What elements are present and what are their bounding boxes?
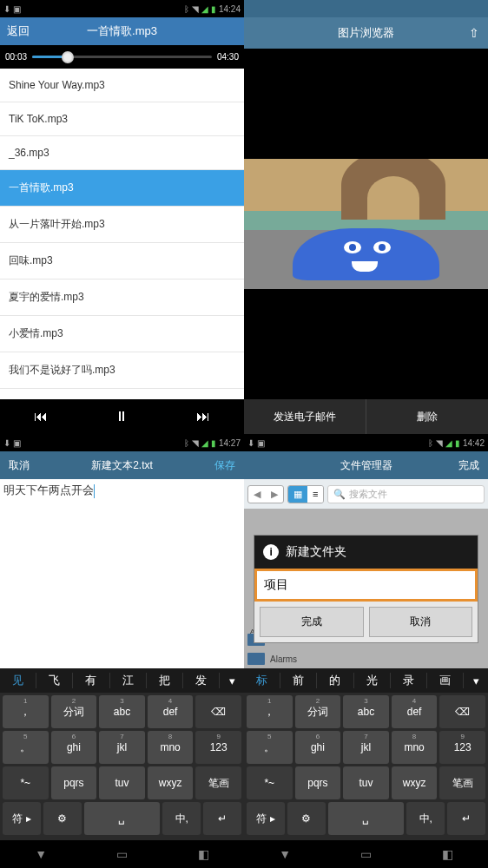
suggestion[interactable]: 的 <box>317 673 353 688</box>
keyboard-key[interactable]: 8mno <box>148 731 194 764</box>
keyboard-key[interactable]: 4def <box>392 695 438 728</box>
image-icon: ▣ <box>257 438 265 448</box>
expand-suggestions-icon[interactable]: ▾ <box>220 674 244 687</box>
list-item[interactable]: Shine Your Way.mp3 <box>0 69 244 102</box>
save-button[interactable]: 保存 <box>214 458 235 473</box>
image-viewer-header: 图片浏览器 ⇧ <box>244 17 488 49</box>
keyboard-key[interactable]: 笔画 <box>439 766 485 799</box>
suggestion[interactable]: 前 <box>280 673 317 688</box>
seek-slider[interactable] <box>32 56 212 58</box>
suggestion[interactable]: 有 <box>73 673 109 688</box>
keyboard-key[interactable]: 2分词 <box>51 695 97 728</box>
next-track-icon[interactable]: ⏭ <box>196 409 210 424</box>
suggestion[interactable]: 发 <box>183 673 220 688</box>
keyboard-key[interactable]: 9123 <box>439 731 485 764</box>
file-grid: AlarmRecorder Alarms Amap AlarmRecorder … <box>244 509 488 668</box>
list-item[interactable]: 一首情歌.mp3 <box>0 170 244 207</box>
keyboard-key[interactable]: 7jkl <box>343 731 389 764</box>
list-item[interactable]: TiK ToK.mp3 <box>0 102 244 136</box>
suggestion[interactable]: 录 <box>391 673 427 688</box>
list-item[interactable]: 我们不是说好了吗.mp3 <box>0 352 244 389</box>
nav-recent-icon[interactable]: ◧ <box>198 847 209 861</box>
suggestion[interactable]: 把 <box>147 673 183 688</box>
keyboard-key[interactable]: 6ghi <box>51 731 97 764</box>
nav-recent-icon[interactable]: ◧ <box>442 847 453 861</box>
list-item[interactable]: 夏宇的爱情.mp3 <box>0 279 244 316</box>
search-icon: 🔍 <box>333 489 346 500</box>
nav-back-icon[interactable]: ▼ <box>35 847 47 861</box>
keyboard-key[interactable]: 9123 <box>195 731 241 764</box>
keyboard-key[interactable]: pqrs <box>295 766 341 799</box>
keyboard-key[interactable]: 1， <box>3 695 49 728</box>
keyboard-key[interactable]: 5。 <box>3 731 49 764</box>
keyboard-key[interactable]: pqrs <box>51 766 97 799</box>
nav-back-icon[interactable]: ▼ <box>279 847 291 861</box>
keyboard-key[interactable]: ↵ <box>447 802 485 835</box>
keyboard-key[interactable]: ␣ <box>84 802 161 835</box>
list-item[interactable]: 回味.mp3 <box>0 243 244 279</box>
folder-name-input[interactable] <box>254 569 478 602</box>
keyboard-key[interactable]: 6ghi <box>295 731 341 764</box>
keyboard-key[interactable]: 1， <box>247 695 293 728</box>
keyboard-key[interactable]: tuv <box>343 766 389 799</box>
keyboard-key[interactable]: ↵ <box>203 802 241 835</box>
keyboard-key[interactable]: 2分词 <box>295 695 341 728</box>
send-email-button[interactable]: 发送电子邮件 <box>244 399 366 434</box>
prev-track-icon[interactable]: ⏮ <box>34 409 48 424</box>
nav-home-icon[interactable]: ▭ <box>116 847 128 861</box>
keyboard-key[interactable]: 3abc <box>343 695 389 728</box>
keyboard-key[interactable]: 8mno <box>392 731 438 764</box>
delete-button[interactable]: 删除 <box>366 399 488 434</box>
keyboard-key[interactable]: ⌫ <box>195 695 241 728</box>
info-icon: i <box>263 544 279 560</box>
keyboard-key[interactable]: ⚙ <box>287 802 326 835</box>
suggestion[interactable]: 见 <box>0 673 36 688</box>
nav-home-icon[interactable]: ▭ <box>360 847 372 861</box>
keyboard-key[interactable]: 4def <box>148 695 194 728</box>
keyboard-key[interactable]: wxyz <box>148 766 194 799</box>
list-view-icon[interactable]: ≡ <box>307 486 323 503</box>
pause-icon[interactable]: ⏸ <box>115 409 129 424</box>
list-item[interactable]: 故事 mp3 <box>0 389 244 399</box>
list-item[interactable]: _36.mp3 <box>0 136 244 170</box>
list-item[interactable]: 小爱情.mp3 <box>0 316 244 352</box>
keyboard-key[interactable]: ⚙ <box>43 802 82 835</box>
grid-view-icon[interactable]: ▦ <box>288 486 307 503</box>
back-button[interactable]: 返回 <box>7 23 30 39</box>
keyboard-key[interactable]: 7jkl <box>99 731 145 764</box>
keyboard-key[interactable]: 笔画 <box>195 766 241 799</box>
dialog-cancel-button[interactable]: 取消 <box>369 607 472 637</box>
keyboard-key[interactable]: *~ <box>3 766 49 799</box>
done-button[interactable]: 完成 <box>458 458 479 473</box>
dialog-title: 新建文件夹 <box>286 544 346 560</box>
keyboard-key[interactable]: 符 ▸ <box>247 802 285 835</box>
keyboard-key[interactable]: 3abc <box>99 695 145 728</box>
keyboard-key[interactable]: *~ <box>247 766 293 799</box>
search-input[interactable]: 🔍搜索文件 <box>327 485 485 503</box>
expand-suggestions-icon[interactable]: ▾ <box>464 674 488 687</box>
text-content-area[interactable]: 明天下午两点开会 <box>0 479 244 668</box>
suggestion[interactable]: 标 <box>244 673 280 688</box>
share-icon[interactable]: ⇧ <box>469 26 479 40</box>
keyboard-key[interactable]: 符 ▸ <box>3 802 41 835</box>
nav-back-button[interactable]: ◀ <box>248 486 266 503</box>
list-item[interactable]: 从一片落叶开始.mp3 <box>0 207 244 243</box>
keyboard-key[interactable]: 中, <box>162 802 201 835</box>
suggestion[interactable]: 光 <box>354 673 391 688</box>
keyboard-key[interactable]: 中, <box>406 802 445 835</box>
nav-fwd-button[interactable]: ▶ <box>266 486 283 503</box>
cancel-button[interactable]: 取消 <box>9 458 30 473</box>
suggestion[interactable]: 画 <box>427 673 464 688</box>
keyboard-key[interactable]: wxyz <box>392 766 438 799</box>
keyboard-key[interactable]: tuv <box>99 766 145 799</box>
suggestion[interactable]: 飞 <box>36 673 73 688</box>
suggestion[interactable]: 江 <box>110 673 147 688</box>
keyboard-key[interactable]: ␣ <box>328 802 405 835</box>
image-viewport[interactable] <box>244 49 488 399</box>
download-icon: ⬇ <box>3 438 10 448</box>
keyboard-key[interactable]: ⌫ <box>439 695 485 728</box>
dialog-ok-button[interactable]: 完成 <box>260 607 363 637</box>
clock: 14:27 <box>219 438 241 448</box>
keyboard-key[interactable]: 5。 <box>247 731 293 764</box>
song-list[interactable]: Shine Your Way.mp3 TiK ToK.mp3 _36.mp3 一… <box>0 69 244 399</box>
